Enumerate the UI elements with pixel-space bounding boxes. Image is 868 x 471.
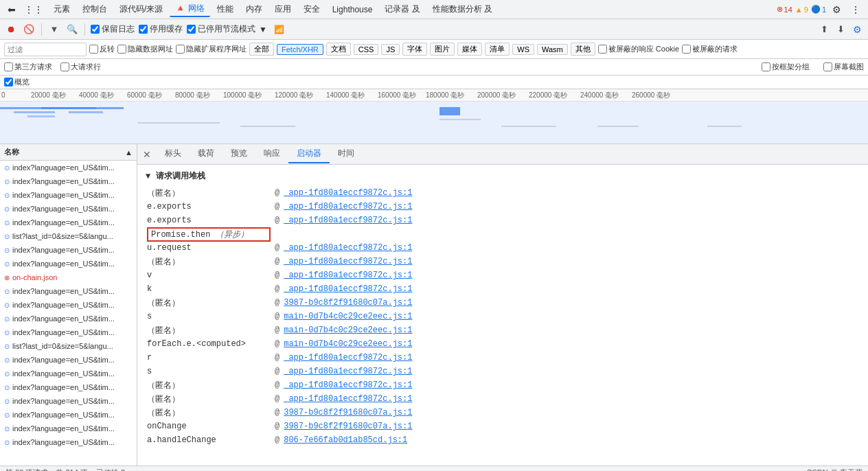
stack-link[interactable]: _app-1fd80a1eccf9872c.js:1 xyxy=(284,257,412,266)
tab-initiator[interactable]: 启动器 xyxy=(288,145,330,163)
download-icon[interactable]: ⬇ xyxy=(834,23,847,36)
nav-memory[interactable]: 内存 xyxy=(240,2,268,16)
stack-link[interactable]: _app-1fd80a1eccf9872c.js:1 xyxy=(284,394,412,404)
expand-arrow[interactable]: ▼ xyxy=(146,172,150,181)
list-item[interactable]: ⊙ list?last_id=0&size=5&langu... xyxy=(0,229,137,243)
search-icon[interactable]: 🔍 xyxy=(65,23,79,36)
third-party-checkbox[interactable] xyxy=(4,62,13,71)
stack-link[interactable]: 806-7e66fab0d1ab85cd.js:1 xyxy=(284,435,407,445)
blocked-cookie-checkbox[interactable] xyxy=(598,45,607,54)
preserve-log-checkbox[interactable] xyxy=(91,25,100,34)
record-btn[interactable]: ⏺ xyxy=(4,23,18,36)
nav-elements[interactable]: 元素 xyxy=(48,2,76,16)
filter-ws-btn[interactable]: WS xyxy=(512,44,534,55)
screenshot-label[interactable]: 屏幕截图 xyxy=(823,62,864,72)
list-item[interactable]: ⊙ list?last_id=0&size=5&langu... xyxy=(0,339,137,353)
list-item[interactable]: ⊙ index?language=en_US&tim... xyxy=(0,367,137,380)
list-item[interactable]: ⊙ index?language=en_US&tim... xyxy=(0,312,137,325)
stack-link[interactable]: 3987-b9c8f2f91680c07a.js:1 xyxy=(284,298,412,308)
nav-sources[interactable]: 源代码/来源 xyxy=(114,2,168,16)
group-by-frame-label[interactable]: 按框架分组 xyxy=(762,62,810,72)
list-item[interactable]: ⊙ index?language=en_US&tim... xyxy=(0,394,137,408)
stack-link[interactable]: _app-1fd80a1eccf9872c.js:1 xyxy=(284,216,412,225)
settings-network-icon[interactable]: ⚙ xyxy=(850,23,864,36)
list-item[interactable]: ⊙ index?language=en_US&tim... xyxy=(0,216,137,229)
disable-throttle-label[interactable]: 已停用节流模式 ▼ xyxy=(187,23,267,35)
tab-preview[interactable]: 预览 xyxy=(222,145,255,163)
filter-wasm-btn[interactable]: Wasm xyxy=(537,44,568,55)
list-item[interactable]: ⊙ index?language=en_US&tim... xyxy=(0,202,137,216)
upload-icon[interactable]: ⬆ xyxy=(817,23,831,36)
filter-all-btn[interactable]: 全部 xyxy=(249,43,274,56)
list-item[interactable]: ⊙ index?language=en_US&tim... xyxy=(0,408,137,422)
filter-other-btn[interactable]: 其他 xyxy=(571,43,595,56)
large-rows-checkbox[interactable] xyxy=(60,62,69,71)
hide-data-url-label[interactable]: 隐藏数据网址 xyxy=(117,44,173,54)
large-rows-label[interactable]: 大请求行 xyxy=(60,62,101,72)
blocked-cookie-label[interactable]: 被屏蔽的响应 Cookie xyxy=(598,44,679,54)
list-item[interactable]: ⊙ index?language=en_US&tim... xyxy=(0,188,137,202)
invert-checkbox-label[interactable]: 反转 xyxy=(89,44,115,54)
nav-network[interactable]: 🔺 网络 xyxy=(170,1,209,17)
sort-icon[interactable]: ▲ xyxy=(125,148,133,157)
third-party-label[interactable]: 第三方请求 xyxy=(4,62,52,72)
list-item[interactable]: ⊙ index?language=en_US&tim... xyxy=(0,284,137,298)
list-item[interactable]: ⊙ index?language=en_US&tim... xyxy=(0,298,137,312)
close-detail-btn[interactable]: ✕ xyxy=(140,148,154,161)
filter-img-btn[interactable]: 图片 xyxy=(430,43,455,56)
screenshot-checkbox[interactable] xyxy=(823,62,832,71)
nav-lighthouse[interactable]: Lighthouse xyxy=(327,3,378,16)
stack-link[interactable]: _app-1fd80a1eccf9872c.js:1 xyxy=(284,202,412,211)
list-item[interactable]: ⊙ index?language=en_US&tim... xyxy=(0,435,137,449)
filter-fetch-btn[interactable]: Fetch/XHR xyxy=(277,44,323,55)
list-item[interactable]: ⊙ index?language=en_US&tim... xyxy=(0,243,137,257)
devtools-icon-2[interactable]: ⋮⋮ xyxy=(21,3,47,16)
list-item[interactable]: ⊙ index?language=en_US&tim... xyxy=(0,422,137,435)
disable-cache-label[interactable]: 停用缓存 xyxy=(139,23,183,35)
overview-label[interactable]: 概览 xyxy=(4,77,30,87)
blocked-req-label[interactable]: 被屏蔽的请求 xyxy=(682,44,738,54)
stack-link[interactable]: 3987-b9c8f2f91680c07a.js:1 xyxy=(284,408,412,417)
list-item-error[interactable]: ⊗ on-chain.json xyxy=(0,271,137,284)
list-item[interactable]: ⊙ index?language=en_US&tim... xyxy=(0,257,137,271)
blocked-req-checkbox[interactable] xyxy=(682,45,691,54)
filter-media-btn[interactable]: 媒体 xyxy=(457,43,482,56)
filter-manifest-btn[interactable]: 清单 xyxy=(485,43,510,56)
settings-icon[interactable]: ⚙ xyxy=(829,3,845,16)
stack-link[interactable]: _app-1fd80a1eccf9872c.js:1 xyxy=(284,367,412,376)
tab-payload[interactable]: 载荷 xyxy=(190,145,222,163)
hide-ext-checkbox[interactable] xyxy=(176,45,185,54)
nav-application[interactable]: 应用 xyxy=(269,2,297,16)
filter-doc-btn[interactable]: 文档 xyxy=(326,43,351,56)
tab-timing[interactable]: 时间 xyxy=(330,145,363,163)
disable-cache-checkbox[interactable] xyxy=(139,25,148,34)
stack-link[interactable]: main-0d7b4c0c29ce2eec.js:1 xyxy=(284,312,412,321)
nav-perf-insights[interactable]: 性能数据分析 及 xyxy=(427,2,498,16)
filter-js-btn[interactable]: JS xyxy=(381,44,400,55)
stack-link[interactable]: _app-1fd80a1eccf9872c.js:1 xyxy=(284,353,412,363)
tab-headers[interactable]: 标头 xyxy=(157,145,190,163)
filter-icon[interactable]: ▼ xyxy=(47,23,61,36)
more-icon[interactable]: ⋮ xyxy=(847,3,864,16)
list-item[interactable]: ⊙ index?language=en_US&tim... xyxy=(0,353,137,367)
nav-console[interactable]: 控制台 xyxy=(77,2,113,16)
hide-data-url-checkbox[interactable] xyxy=(117,45,126,54)
overview-checkbox[interactable] xyxy=(4,78,13,87)
stack-link[interactable]: main-0d7b4c0c29ce2eec.js:1 xyxy=(284,325,412,335)
hide-ext-label[interactable]: 隐藏扩展程序网址 xyxy=(176,44,247,54)
stack-link[interactable]: _app-1fd80a1eccf9872c.js:1 xyxy=(284,243,412,253)
filter-font-btn[interactable]: 字体 xyxy=(402,43,427,56)
tab-response[interactable]: 响应 xyxy=(255,145,288,163)
nav-performance[interactable]: 性能 xyxy=(212,2,239,16)
filter-css-btn[interactable]: CSS xyxy=(354,44,379,55)
stack-link[interactable]: _app-1fd80a1eccf9872c.js:1 xyxy=(284,284,412,294)
throttle-dropdown-icon[interactable]: ▼ xyxy=(259,25,267,34)
disable-throttle-checkbox[interactable] xyxy=(187,25,196,34)
stack-link[interactable]: _app-1fd80a1eccf9872c.js:1 xyxy=(284,188,412,198)
preserve-log-label[interactable]: 保留日志 xyxy=(91,23,135,35)
nav-recorder[interactable]: 记录器 及 xyxy=(379,2,425,16)
stack-link[interactable]: _app-1fd80a1eccf9872c.js:1 xyxy=(284,271,412,280)
list-item[interactable]: ⊙ index?language=en_US&tim... xyxy=(0,325,137,339)
nav-security[interactable]: 安全 xyxy=(298,2,326,16)
stack-link[interactable]: 3987-b9c8f2f91680c07a.js:1 xyxy=(284,422,412,431)
